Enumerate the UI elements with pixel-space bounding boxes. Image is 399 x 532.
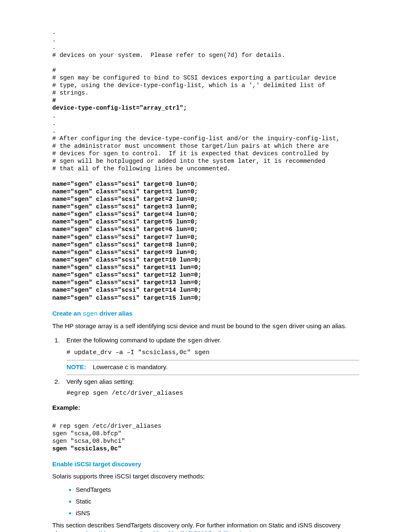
paragraph-discovery-methods: Solaris supports three iSCSI target disc… — [52, 472, 359, 481]
step-1: Enter the following command to update th… — [61, 336, 359, 375]
paragraph-sendtargets: This section describes SendTargets disco… — [52, 521, 359, 532]
command-update-drv: # update_drv –a –I "scsiclass,0c" sgen — [66, 349, 359, 357]
heading-create-sgen-alias: Create an sgen driver alias — [52, 309, 359, 319]
paragraph-intro-alias: The HP storage array is a self identifyi… — [52, 322, 359, 331]
note-label: NOTE: — [66, 363, 86, 370]
command-egrep: #egrep sgen /etc/driver_aliases — [66, 389, 359, 398]
bullet-static: Static — [76, 497, 359, 506]
bullet-sendtargets: SendTargets — [76, 486, 359, 494]
bullet-isns: iSNS — [76, 509, 359, 517]
example-code-block: # rep sgen /etc/driver_aliases sgen "scs… — [52, 415, 359, 453]
example-label: Example: — [52, 403, 359, 412]
config-code-block: . . . # devices on your system. Please r… — [52, 21, 359, 302]
step-2: Verify sgen alias setting: #egrep sgen /… — [61, 378, 359, 398]
heading-enable-iscsi: Enable iSCSI target discovery — [52, 460, 359, 468]
steps-list: Enter the following command to update th… — [52, 336, 359, 398]
docs-link[interactable]: http://docs.sun.com/app/docs/doc/817-509… — [86, 530, 259, 532]
bullet-list-methods: SendTargets Static iSNS — [52, 486, 359, 518]
note-box: NOTE: Lowercase c is mandatory. — [66, 360, 359, 375]
